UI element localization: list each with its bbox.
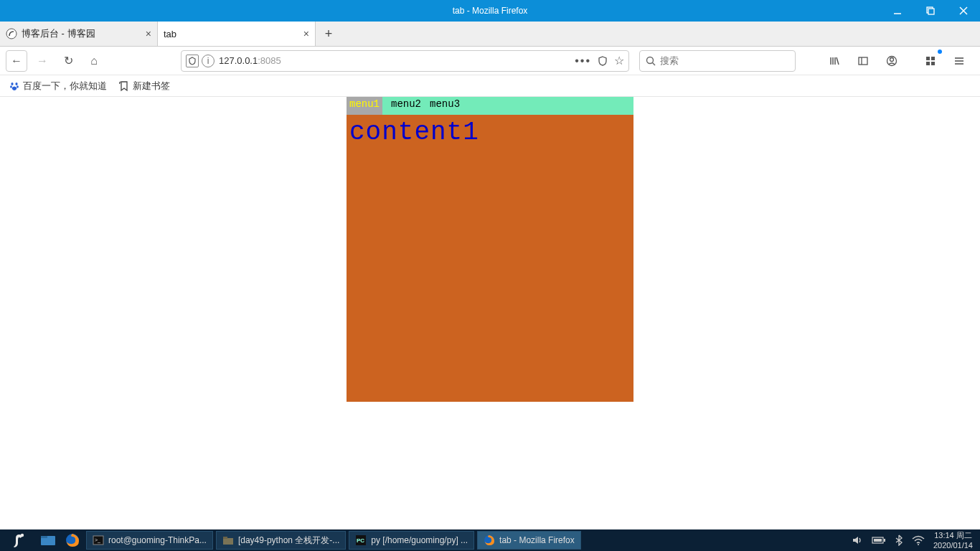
desktop-taskbar: >_ root@guoming-ThinkPa... [day49-python… <box>0 529 980 551</box>
bookmarks-toolbar: 百度一下，你就知道 新建书签 <box>0 75 980 97</box>
toolbar-right-icons <box>824 50 974 72</box>
svg-point-26 <box>17 85 19 88</box>
launcher-files[interactable] <box>36 529 60 551</box>
system-tray: 13:14 周二 2020/01/14 <box>852 530 980 550</box>
close-button[interactable] <box>947 0 980 22</box>
url-bar[interactable]: i 127.0.0.1:8085 ••• ☆ <box>181 50 629 72</box>
page-tab-widget: menu1 menu2 menu3 content1 <box>347 97 633 402</box>
svg-point-6 <box>647 57 654 63</box>
forward-arrow-icon: → <box>37 55 48 67</box>
svg-point-23 <box>11 83 13 85</box>
tab-close-icon[interactable]: × <box>146 28 151 39</box>
reader-shield-icon[interactable] <box>597 55 608 67</box>
task-label: root@guoming-ThinkPa... <box>108 535 207 545</box>
taskbar-task-terminal[interactable]: >_ root@guoming-ThinkPa... <box>86 531 213 550</box>
svg-rect-34 <box>223 537 227 539</box>
bookmark-label: 百度一下，你就知道 <box>23 80 107 93</box>
home-icon: ⌂ <box>90 55 98 67</box>
start-menu-button[interactable] <box>0 529 36 551</box>
search-bar[interactable] <box>639 50 796 72</box>
menu-item-3[interactable]: menu3 <box>427 97 463 115</box>
search-input[interactable] <box>660 55 789 66</box>
minimize-button[interactable] <box>881 0 914 22</box>
menu-item-1[interactable]: menu1 <box>347 97 382 115</box>
svg-rect-39 <box>884 539 885 542</box>
taskbar-task-pycharm[interactable]: PC py [/home/guoming/py] ... <box>349 531 474 550</box>
svg-line-11 <box>837 57 839 65</box>
browser-toolbar: ← → ↻ ⌂ i 127.0.0.1:8085 ••• ☆ <box>0 47 980 75</box>
account-button[interactable] <box>881 50 903 72</box>
clock-date: 2020/01/14 <box>933 540 973 550</box>
svg-text:>_: >_ <box>95 537 100 543</box>
svg-text:PC: PC <box>357 537 364 544</box>
url-host: 127.0.0.1 <box>219 55 258 66</box>
page-tab-content: content1 <box>347 115 633 402</box>
window-controls <box>881 0 980 22</box>
urlbar-page-actions: ••• ☆ <box>575 54 624 67</box>
svg-point-15 <box>890 57 894 61</box>
maximize-button[interactable] <box>914 0 947 22</box>
wifi-icon[interactable] <box>912 535 925 545</box>
taskbar-task-firefox[interactable]: tab - Mozilla Firefox <box>477 531 581 550</box>
addons-notification-dot-icon <box>938 50 942 54</box>
task-label: tab - Mozilla Firefox <box>499 535 575 545</box>
svg-point-27 <box>21 534 24 537</box>
menu-item-2[interactable]: menu2 <box>388 97 424 115</box>
bluetooth-icon[interactable] <box>895 534 903 546</box>
svg-rect-33 <box>223 538 233 545</box>
library-button[interactable] <box>824 50 845 72</box>
svg-rect-19 <box>931 62 935 65</box>
url-port: :8085 <box>258 55 281 66</box>
svg-point-41 <box>918 544 919 545</box>
favicon-cnblogs-icon <box>6 28 17 39</box>
hamburger-menu-button[interactable] <box>948 50 970 72</box>
firefox-icon <box>484 534 495 546</box>
baidu-paw-icon <box>9 80 20 92</box>
svg-rect-16 <box>926 57 930 60</box>
page-viewport: menu1 menu2 menu3 content1 <box>0 97 980 529</box>
bookmark-item-new[interactable]: 新建书签 <box>118 80 170 93</box>
browser-tab-0[interactable]: 博客后台 - 博客园 × <box>0 22 158 46</box>
back-arrow-icon: ← <box>11 55 22 67</box>
battery-icon[interactable] <box>872 536 886 545</box>
site-info-icon[interactable]: i <box>202 55 215 67</box>
launcher-firefox[interactable] <box>60 529 85 551</box>
reload-icon: ↻ <box>64 54 73 67</box>
url-text: 127.0.0.1:8085 <box>219 55 575 66</box>
volume-icon[interactable] <box>852 534 863 546</box>
svg-rect-18 <box>926 62 930 65</box>
svg-rect-12 <box>859 57 867 65</box>
reload-button[interactable]: ↻ <box>57 50 79 72</box>
svg-rect-40 <box>874 539 882 542</box>
svg-rect-17 <box>931 57 935 60</box>
bookmark-star-icon[interactable]: ☆ <box>614 54 624 67</box>
home-button[interactable]: ⌂ <box>83 50 105 72</box>
svg-point-24 <box>15 83 17 85</box>
back-button[interactable]: ← <box>6 50 27 72</box>
new-tab-button[interactable]: + <box>316 22 341 46</box>
browser-tab-1[interactable]: tab × <box>158 22 316 46</box>
tab-label: tab <box>164 29 299 39</box>
svg-rect-29 <box>41 536 47 538</box>
window-title: tab - Mozilla Firefox <box>453 6 528 16</box>
browser-tabstrip: 博客后台 - 博客园 × tab × + <box>0 22 980 47</box>
page-actions-icon[interactable]: ••• <box>575 55 591 67</box>
search-icon <box>646 56 656 66</box>
terminal-icon: >_ <box>93 534 104 546</box>
taskbar-clock[interactable]: 13:14 周二 2020/01/14 <box>933 530 977 550</box>
tab-close-icon[interactable]: × <box>303 28 309 39</box>
forward-button[interactable]: → <box>32 50 53 72</box>
sidebar-button[interactable] <box>852 50 874 72</box>
taskbar-task-folder[interactable]: [day49-python 全栈开发-... <box>216 531 346 550</box>
clock-time: 13:14 周二 <box>933 530 973 540</box>
svg-point-5 <box>6 29 17 39</box>
addons-button[interactable] <box>920 50 941 72</box>
page-tab-menu: menu1 menu2 menu3 <box>347 97 633 115</box>
svg-point-25 <box>10 85 12 88</box>
window-titlebar: tab - Mozilla Firefox <box>0 0 980 22</box>
bookmark-item-baidu[interactable]: 百度一下，你就知道 <box>9 80 107 93</box>
bookmark-label: 新建书签 <box>133 80 170 93</box>
tracking-shield-icon[interactable] <box>186 55 199 67</box>
svg-rect-2 <box>928 9 934 14</box>
add-bookmark-icon <box>118 80 130 92</box>
